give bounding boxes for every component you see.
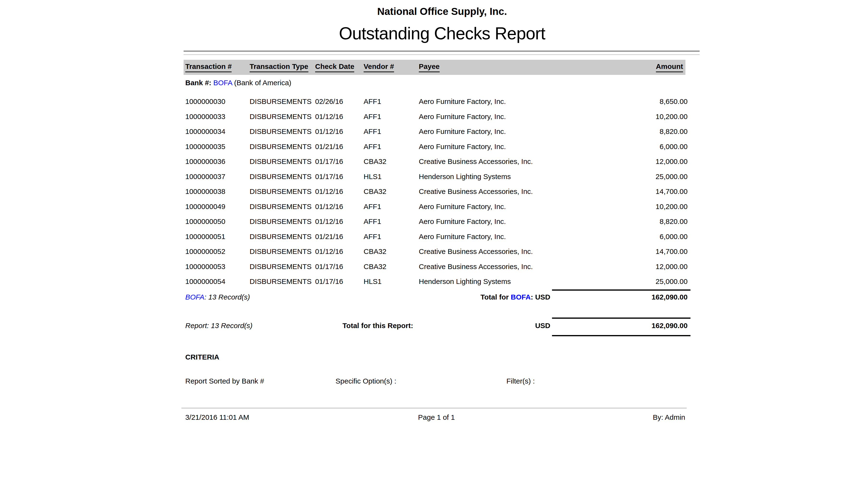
report-total-currency: USD xyxy=(504,322,550,330)
cell-payee: Aero Furniture Factory, Inc. xyxy=(419,128,606,136)
bank-group-header: Bank #: BOFA (Bank of America) xyxy=(185,79,291,87)
footer-generated-by: By: Admin xyxy=(568,413,685,422)
bank-code-link[interactable]: BOFA xyxy=(185,293,204,301)
cell-transaction-number: 1000000053 xyxy=(185,263,250,271)
report-page: National Office Supply, Inc. Outstanding… xyxy=(0,0,864,504)
group-total-label-suffix: : USD xyxy=(531,293,550,301)
cell-transaction-type: DISBURSEMENTS xyxy=(250,157,315,166)
table-row: 1000000051 DISBURSEMENTS 01/21/16 AFF1 A… xyxy=(185,229,687,244)
cell-transaction-type: DISBURSEMENTS xyxy=(250,128,315,136)
cell-amount: 12,000.00 xyxy=(606,157,687,166)
column-header-label: Vendor # xyxy=(363,62,394,72)
criteria-sorted-by: Report Sorted by Bank # xyxy=(185,377,264,385)
cell-check-date: 01/12/16 xyxy=(315,248,363,256)
table-row: 1000000033 DISBURSEMENTS 01/12/16 AFF1 A… xyxy=(185,109,687,124)
cell-payee: Henderson Lighting Systems xyxy=(419,172,606,181)
report-total-rule-bottom xyxy=(552,335,691,336)
group-record-count-text: : 13 Record(s) xyxy=(204,293,250,301)
table-row: 1000000049 DISBURSEMENTS 01/12/16 AFF1 A… xyxy=(185,199,687,214)
cell-payee: Henderson Lighting Systems xyxy=(419,277,606,286)
cell-transaction-number: 1000000030 xyxy=(185,97,250,106)
cell-transaction-number: 1000000033 xyxy=(185,112,250,121)
cell-transaction-type: DISBURSEMENTS xyxy=(250,217,315,226)
table-row: 1000000054 DISBURSEMENTS 01/17/16 HLS1 H… xyxy=(185,274,687,289)
table-row: 1000000050 DISBURSEMENTS 01/12/16 AFF1 A… xyxy=(185,214,687,229)
group-total-amount: 162,090.00 xyxy=(568,293,687,301)
cell-payee: Aero Furniture Factory, Inc. xyxy=(419,112,606,121)
table-row: 1000000035 DISBURSEMENTS 01/21/16 AFF1 A… xyxy=(185,139,687,154)
cell-vendor-number: CBA32 xyxy=(363,248,419,256)
cell-transaction-number: 1000000050 xyxy=(185,217,250,226)
cell-check-date: 01/12/16 xyxy=(315,128,363,136)
report-record-count: Report: 13 Record(s) xyxy=(185,322,252,330)
column-header-type[interactable]: Transaction Type xyxy=(250,62,315,72)
cell-transaction-type: DISBURSEMENTS xyxy=(250,232,315,241)
cell-payee: Creative Business Accessories, Inc. xyxy=(419,263,606,271)
cell-vendor-number: CBA32 xyxy=(363,188,419,196)
column-header-label: Transaction Type xyxy=(250,62,308,72)
cell-check-date: 01/21/16 xyxy=(315,232,363,241)
cell-amount: 14,700.00 xyxy=(606,248,687,256)
cell-amount: 14,700.00 xyxy=(606,188,687,196)
cell-check-date: 01/17/16 xyxy=(315,172,363,181)
cell-payee: Aero Furniture Factory, Inc. xyxy=(419,217,606,226)
cell-vendor-number: HLS1 xyxy=(363,172,419,181)
company-name: National Office Supply, Inc. xyxy=(185,6,699,17)
cell-amount: 8,650.00 xyxy=(606,97,687,106)
column-header-payee[interactable]: Payee xyxy=(419,62,601,72)
cell-transaction-type: DISBURSEMENTS xyxy=(250,188,315,196)
title-separator-light xyxy=(184,54,699,55)
column-header-amount[interactable]: Amount xyxy=(601,62,683,72)
column-header-vendor[interactable]: Vendor # xyxy=(363,62,419,72)
table-row: 1000000030 DISBURSEMENTS 02/26/16 AFF1 A… xyxy=(185,94,687,109)
cell-payee: Creative Business Accessories, Inc. xyxy=(419,188,606,196)
cell-vendor-number: AFF1 xyxy=(363,203,419,211)
cell-vendor-number: AFF1 xyxy=(363,217,419,226)
cell-check-date: 01/21/16 xyxy=(315,143,363,151)
group-total-label-prefix: Total for xyxy=(480,293,511,301)
table-row: 1000000053 DISBURSEMENTS 01/17/16 CBA32 … xyxy=(185,259,687,274)
cell-amount: 10,200.00 xyxy=(606,203,687,211)
cell-amount: 12,000.00 xyxy=(606,263,687,271)
cell-payee: Aero Furniture Factory, Inc. xyxy=(419,143,606,151)
cell-payee: Creative Business Accessories, Inc. xyxy=(419,248,606,256)
bank-number-label: Bank #: xyxy=(185,79,211,87)
cell-check-date: 01/17/16 xyxy=(315,277,363,286)
cell-vendor-number: AFF1 xyxy=(363,232,419,241)
cell-check-date: 01/12/16 xyxy=(315,203,363,211)
cell-transaction-type: DISBURSEMENTS xyxy=(250,277,315,286)
bank-code-link[interactable]: BOFA xyxy=(511,293,531,301)
cell-transaction-type: DISBURSEMENTS xyxy=(250,112,315,121)
column-header-label: Transaction # xyxy=(185,62,232,72)
cell-check-date: 01/17/16 xyxy=(315,157,363,166)
cell-amount: 8,820.00 xyxy=(606,217,687,226)
table-header-row: Transaction # Transaction Type Check Dat… xyxy=(184,60,685,75)
cell-transaction-number: 1000000036 xyxy=(185,157,250,166)
column-header-transaction[interactable]: Transaction # xyxy=(185,62,250,72)
footer-divider xyxy=(181,408,687,408)
cell-transaction-type: DISBURSEMENTS xyxy=(250,172,315,181)
cell-transaction-number: 1000000054 xyxy=(185,277,250,286)
group-total-label: Total for BOFA: USD xyxy=(408,293,550,301)
column-header-label: Check Date xyxy=(315,62,354,72)
cell-payee: Aero Furniture Factory, Inc. xyxy=(419,232,606,241)
cell-transaction-number: 1000000034 xyxy=(185,128,250,136)
cell-amount: 25,000.00 xyxy=(606,277,687,286)
cell-amount: 10,200.00 xyxy=(606,112,687,121)
cell-vendor-number: AFF1 xyxy=(363,97,419,106)
cell-vendor-number: AFF1 xyxy=(363,143,419,151)
column-header-label: Amount xyxy=(656,62,683,72)
cell-check-date: 01/12/16 xyxy=(315,188,363,196)
criteria-heading: CRITERIA xyxy=(185,353,219,361)
cell-check-date: 01/12/16 xyxy=(315,217,363,226)
table-row: 1000000034 DISBURSEMENTS 01/12/16 AFF1 A… xyxy=(185,124,687,139)
criteria-filters: Filter(s) : xyxy=(506,377,535,385)
cell-transaction-number: 1000000051 xyxy=(185,232,250,241)
cell-check-date: 01/12/16 xyxy=(315,112,363,121)
cell-transaction-type: DISBURSEMENTS xyxy=(250,263,315,271)
table-row: 1000000037 DISBURSEMENTS 01/17/16 HLS1 H… xyxy=(185,169,687,184)
column-header-label: Payee xyxy=(419,62,440,72)
cell-vendor-number: AFF1 xyxy=(363,112,419,121)
column-header-check-date[interactable]: Check Date xyxy=(315,62,363,72)
bank-code-link[interactable]: BOFA xyxy=(213,79,232,87)
